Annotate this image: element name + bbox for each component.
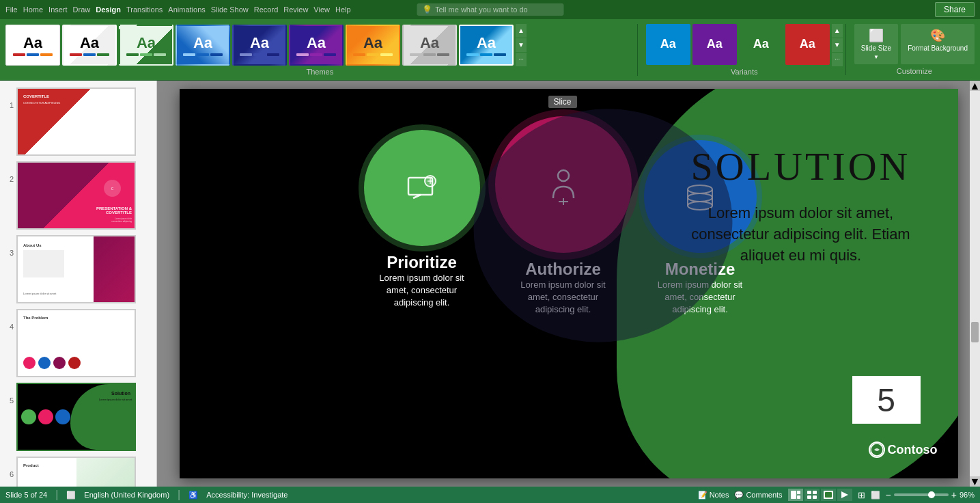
themes-section: Aa Aa: [5, 24, 634, 76]
vertical-scrollbar[interactable]: ▲ ▼: [970, 81, 980, 487]
theme-item-5[interactable]: Aa: [232, 25, 287, 66]
theme-item-1[interactable]: Aa: [5, 25, 60, 66]
file-menu[interactable]: File: [5, 5, 18, 14]
theme-item-8[interactable]: Aa: [402, 25, 457, 66]
svg-rect-22: [825, 492, 832, 498]
slide-size-icon: ⬜: [869, 28, 884, 43]
slide-img-2[interactable]: PRESENTATION &COVERTITLE Lorem ipsum dol…: [16, 161, 136, 230]
slide-thumb-1[interactable]: 1 COVERTITLE CONSECTETUR ADIPISCING: [3, 86, 154, 157]
review-menu[interactable]: Review: [283, 5, 308, 14]
normal-view-button[interactable]: [788, 489, 803, 501]
slide-thumb-5[interactable]: 5 Solution Lorem ipsum dolor sit amet: [3, 381, 154, 452]
gallery-scroll-more[interactable]: ⋯: [516, 53, 527, 66]
transitions-menu[interactable]: Transitions: [126, 5, 163, 14]
variants-section: Aa Aa Aa Aa ▲ ▼ ⋯ Variants: [637, 24, 843, 76]
accessibility-status: Accessibility: Investigate: [206, 491, 288, 499]
svg-rect-16: [797, 495, 800, 499]
slide-num-6: 6: [4, 470, 14, 478]
title-bar: File Home Insert Draw Design Transitions…: [0, 0, 980, 19]
slide-thumb-2[interactable]: 2 PRESENTATION &COVERTITLE Lorem ipsum d…: [3, 160, 154, 231]
theme-item-9[interactable]: Aa: [459, 25, 514, 66]
variants-scroll[interactable]: ▲ ▼ ⋯: [832, 24, 843, 66]
notes-button[interactable]: 📝 Notes: [698, 491, 729, 500]
comments-label: Comments: [746, 491, 782, 499]
slide-img-4[interactable]: The Problem: [16, 309, 136, 377]
fit-to-window: ⊞: [858, 490, 865, 500]
themes-label: Themes: [5, 68, 634, 76]
variant-2[interactable]: Aa: [692, 24, 737, 65]
slide-img-3[interactable]: About Us Lorem ipsum dolor sit amet: [16, 235, 136, 303]
format-background-button[interactable]: 🎨 Format Background: [901, 24, 975, 64]
slide-img-5[interactable]: Solution Lorem ipsum dolor sit amet: [16, 383, 136, 451]
scroll-down-button[interactable]: ▼: [970, 476, 980, 487]
svg-rect-18: [813, 491, 817, 494]
scroll-thumb[interactable]: [971, 322, 979, 342]
slide-number-box: 5: [852, 376, 921, 424]
svg-rect-15: [797, 491, 800, 494]
record-menu[interactable]: Record: [254, 5, 278, 14]
theme-item-3[interactable]: Aa: [119, 25, 173, 66]
gallery-scroll-down[interactable]: ▼: [516, 38, 527, 52]
scroll-track[interactable]: [970, 91, 980, 476]
slideshow-menu[interactable]: Slide Show: [211, 5, 249, 14]
ribbon: Aa Aa: [0, 19, 980, 81]
search-bar[interactable]: 💡: [417, 3, 563, 16]
view-menu[interactable]: View: [313, 5, 330, 14]
variants-scroll-up[interactable]: ▲: [832, 24, 843, 38]
slideshow-view-button[interactable]: [837, 489, 852, 501]
zoom-slider[interactable]: [894, 493, 949, 496]
circle-prioritize-shape: [364, 130, 480, 246]
circle-prioritize-label: Prioritize: [387, 253, 457, 272]
slide-size-button[interactable]: ⬜ Slide Size ▼: [854, 24, 898, 64]
slide-img-6[interactable]: Product Lorem ipsum dolor: [16, 457, 136, 487]
accessibility-icon-area: ⬜: [871, 491, 880, 500]
variant-3[interactable]: Aa: [739, 24, 783, 65]
gallery-scroll[interactable]: ▲ ▼ ⋯: [516, 24, 527, 66]
animations-menu[interactable]: Animations: [168, 5, 205, 14]
main-area: 1 COVERTITLE CONSECTETUR ADIPISCING 2 PR…: [0, 81, 980, 487]
svg-rect-20: [813, 495, 817, 499]
slide-thumb-3[interactable]: 3 About Us Lorem ipsum dolor sit amet: [3, 234, 154, 305]
draw-menu[interactable]: Draw: [73, 5, 91, 14]
theme-item-7[interactable]: Aa: [346, 25, 400, 66]
slide-canvas: Slice SOLUTION Lorem ipsum dolor sit ame…: [180, 89, 958, 478]
search-icon: 💡: [422, 5, 432, 14]
theme-item-6[interactable]: Aa: [289, 25, 344, 66]
share-button[interactable]: Share: [935, 2, 975, 17]
svg-rect-17: [807, 491, 811, 494]
search-input[interactable]: [435, 5, 558, 14]
svg-rect-14: [791, 491, 796, 499]
design-menu[interactable]: Design: [96, 5, 121, 14]
fit-window-button[interactable]: ⊞: [858, 490, 865, 500]
canvas-area: Slice SOLUTION Lorem ipsum dolor sit ame…: [157, 81, 980, 487]
scroll-up-button[interactable]: ▲: [970, 81, 980, 91]
reading-view-button[interactable]: [821, 489, 836, 501]
slide-thumb-6[interactable]: 6 Product Lorem ipsum dolor: [3, 455, 154, 487]
home-menu[interactable]: Home: [23, 5, 43, 14]
slide-num-1: 1: [4, 101, 14, 109]
gallery-scroll-up[interactable]: ▲: [516, 24, 527, 38]
theme-item-2[interactable]: Aa: [62, 25, 117, 66]
slide-size-label: Slide Size: [861, 44, 891, 53]
variants-label: Variants: [731, 68, 758, 76]
variants-scroll-down[interactable]: ▼: [832, 38, 843, 52]
variants-scroll-more[interactable]: ⋯: [832, 53, 843, 66]
accessibility-button[interactable]: ⬜: [871, 491, 880, 500]
slide-sorter-button[interactable]: [804, 489, 820, 501]
zoom-thumb[interactable]: [928, 491, 935, 498]
circle-prioritize: Prioritize Lorem ipsum dolor sit amet, c…: [364, 130, 480, 310]
slides-panel: 1 COVERTITLE CONSECTETUR ADIPISCING 2 PR…: [0, 81, 157, 487]
slide-img-1[interactable]: COVERTITLE CONSECTETUR ADIPISCING: [16, 87, 136, 156]
variant-1[interactable]: Aa: [646, 24, 690, 65]
themes-gallery: Aa Aa: [5, 24, 527, 66]
variant-4[interactable]: Aa: [785, 24, 830, 65]
slide-size-arrow: ▼: [873, 54, 879, 60]
solution-body: Lorem ipsum dolor sit amet, consectetur …: [671, 203, 931, 266]
slide-thumb-4[interactable]: 4 The Problem: [3, 308, 154, 379]
theme-item-4[interactable]: Aa: [176, 25, 230, 66]
insert-menu[interactable]: Insert: [48, 5, 68, 14]
zoom-in-button[interactable]: +: [951, 489, 957, 500]
help-menu[interactable]: Help: [335, 5, 351, 14]
comments-button[interactable]: 💬 Comments: [734, 491, 782, 500]
zoom-out-button[interactable]: −: [886, 489, 891, 500]
